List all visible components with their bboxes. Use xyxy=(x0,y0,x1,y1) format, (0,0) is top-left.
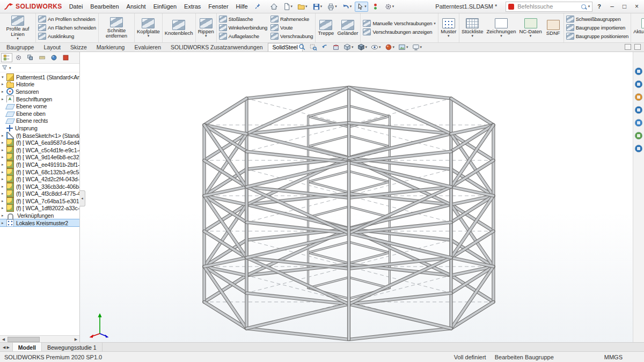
scrollbar-thumb[interactable] xyxy=(8,337,40,342)
panel-collapse-handle[interactable]: ◂ xyxy=(79,190,85,206)
tree-item-f-wca-42d2c2f4-043d-4715-91[interactable]: ▸(f) [ WCA_42d2c2f4-043d-4715-91 xyxy=(0,175,79,183)
manager-tab-configurationmanager[interactable] xyxy=(25,53,36,62)
apply-scene-button[interactable]: ▾ xyxy=(398,43,408,51)
search-input[interactable] xyxy=(516,3,579,10)
select-dropdown-icon[interactable]: ▾ xyxy=(364,4,367,9)
menu-ansicht[interactable]: Ansicht xyxy=(123,3,150,10)
print-button[interactable]: ▾ xyxy=(325,2,339,12)
pin-menu-icon[interactable] xyxy=(252,3,264,11)
new-document-dropdown-icon[interactable]: ▾ xyxy=(291,4,293,9)
treppe-button[interactable]: Treppe xyxy=(317,19,335,36)
tab-baugruppe[interactable]: Baugruppe xyxy=(2,43,39,51)
tree-item-ebene-oben[interactable]: Ebene oben xyxy=(0,110,79,117)
close-button[interactable]: × xyxy=(631,1,643,12)
rippen-dropdown-icon[interactable]: ▾ xyxy=(205,34,207,38)
task-pane-solidworks-forum-button[interactable] xyxy=(634,144,643,153)
tree-item-ebene-vorne[interactable]: Ebene vorne xyxy=(0,102,79,110)
expander-icon[interactable]: ▸ xyxy=(2,221,6,225)
tree-item-f-wca-1df82022-a33c-439e-b8[interactable]: ▸(f) [ WCA_1df82022-a33c-439e-b8 xyxy=(0,205,79,212)
tree-item-sensoren[interactable]: ▸Sensoren xyxy=(0,88,79,95)
tree-item-f-wca-6ea9587d-6ed4-4055-a0[interactable]: ▸(f) [ WCA_6ea9587d-6ed4-4055-a0 xyxy=(0,139,79,146)
menu-extras[interactable]: Extras xyxy=(180,3,204,10)
view-settings-dropdown-icon[interactable]: ▾ xyxy=(420,45,422,49)
geländer-button[interactable]: Geländer xyxy=(336,19,359,36)
task-pane-custom-properties-button[interactable] xyxy=(634,131,643,140)
tab-solidsteel[interactable]: SolidSteel xyxy=(268,43,303,51)
scroll-right-icon[interactable]: ▶ xyxy=(72,337,79,342)
zeichnungen-button[interactable]: Zeichnungen▾ xyxy=(486,18,517,38)
auflagelasche-button[interactable]: Auflagelasche xyxy=(218,32,268,40)
task-pane-appearances-scenes-button[interactable] xyxy=(634,119,643,127)
manuelle-verschraubungen-dropdown-icon[interactable]: ▾ xyxy=(434,21,436,26)
tree-horizontal-scrollbar[interactable]: ◀ ▶ xyxy=(0,335,79,343)
schnitte-entfernen-button[interactable]: Schnitte entfernen xyxy=(100,17,133,39)
display-style-button[interactable]: ▾ xyxy=(357,43,368,51)
expander-icon[interactable]: ▸ xyxy=(2,177,6,181)
nc-daten-button[interactable]: NC-Daten▾ xyxy=(518,18,543,38)
tree-item-f-basesketch-1-standard-st[interactable]: ▸(f) BaseSketch<1> (Standard<<St xyxy=(0,132,79,139)
menu-hilfe[interactable]: Hilfe xyxy=(232,3,252,10)
filter-dropdown-icon[interactable]: ▾ xyxy=(9,66,11,70)
nc-daten-dropdown-icon[interactable]: ▾ xyxy=(530,34,532,38)
tab-scroll-left-icon[interactable]: ◀ xyxy=(3,345,5,350)
verschraubung-button[interactable]: Verschraubung xyxy=(269,32,314,40)
section-view-button[interactable] xyxy=(332,43,340,51)
tree-item-f-wca-7c64ba15-e301-4bfc-a2[interactable]: ▸(f) [ WCA_7c64ba15-e301-4bfc-a2 xyxy=(0,197,79,205)
expander-icon[interactable]: ▸ xyxy=(2,162,6,167)
edit-appearance-dropdown-icon[interactable]: ▾ xyxy=(393,45,395,49)
manager-tab-dimxpertmanager[interactable] xyxy=(36,53,48,62)
aktualisieren-button[interactable]: Aktualisieren▾ xyxy=(632,18,644,38)
voute-button[interactable]: Voute xyxy=(269,24,314,32)
profile-auf-linien-button[interactable]: Profile auf Linien▾ xyxy=(1,15,34,41)
winkelverbindung-button[interactable]: Winkelverbindung xyxy=(218,24,268,32)
new-document-button[interactable]: ▾ xyxy=(281,2,295,12)
tree-item-f-wca-c5c4d1fe-e9c1-44f4-b9[interactable]: ▸(f) [ WCA_c5c4d1fe-e9c1-44f4-b9 xyxy=(0,146,79,154)
expander-icon[interactable]: ▸ xyxy=(2,141,6,145)
manager-tab-displaymanager[interactable] xyxy=(48,53,60,62)
kopfplatte-dropdown-icon[interactable]: ▾ xyxy=(148,34,150,38)
options-button[interactable]: ▾ xyxy=(383,2,396,12)
save-dropdown-icon[interactable]: ▾ xyxy=(320,4,323,9)
tab-layout[interactable]: Layout xyxy=(39,43,65,51)
pin-commandmanager-icon[interactable] xyxy=(634,44,641,50)
manager-tab-solidsteel-manager[interactable] xyxy=(60,53,71,62)
expander-icon[interactable]: ▸ xyxy=(2,90,6,94)
scroll-left-icon[interactable]: ◀ xyxy=(0,337,7,342)
tree-item-verknüpfungen[interactable]: ▸Verknüpfungen xyxy=(0,212,79,219)
expander-icon[interactable]: ▸ xyxy=(2,191,6,196)
schweißbaugruppen-button[interactable]: Schweißbaugruppen xyxy=(565,15,630,23)
tab-skizze[interactable]: Skizze xyxy=(65,43,92,51)
manager-tab-propertymanager[interactable] xyxy=(13,53,24,62)
expander-icon[interactable]: ▾ xyxy=(2,75,6,79)
menu-einfügen[interactable]: Einfügen xyxy=(150,3,180,10)
stückliste-button[interactable]: Stückliste▾ xyxy=(460,18,485,38)
an-profilen-schneiden-button[interactable]: An Profilen schneiden xyxy=(37,15,97,23)
manuelle-verschraubungen-button[interactable]: Manuelle Verschraubungen▾ xyxy=(362,19,436,27)
model-tab-bewegungsstudie-1[interactable]: Bewegungsstudie 1 xyxy=(42,343,103,352)
tree-item-patterntest1-standard-anzeigesta[interactable]: ▾Patterntest1 (Standard<Anzeigestatus xyxy=(0,73,79,81)
open-button[interactable]: ▾ xyxy=(296,2,309,12)
expander-icon[interactable]: ▸ xyxy=(2,199,6,203)
manager-tab-featuremanager-design-tree[interactable] xyxy=(1,53,12,62)
tree-item-ursprung[interactable]: Ursprung xyxy=(0,124,79,132)
knotenblech-button[interactable]: Knotenblech xyxy=(164,19,194,36)
baugruppe-positionieren-button[interactable]: Baugruppe positionieren xyxy=(565,32,630,40)
menu-datei[interactable]: Datei xyxy=(65,3,87,10)
tree-item-ebene-rechts[interactable]: Ebene rechts xyxy=(0,117,79,125)
hide-show-items-button[interactable]: ▾ xyxy=(371,43,381,51)
expander-icon[interactable]: ▸ xyxy=(2,148,6,152)
open-dropdown-icon[interactable]: ▾ xyxy=(305,4,308,9)
zeichnungen-dropdown-icon[interactable]: ▾ xyxy=(500,34,502,38)
expander-icon[interactable]: ▸ xyxy=(2,206,6,210)
an-flächen-schneiden-button[interactable]: An Flächen schneiden xyxy=(37,24,97,32)
task-pane-view-palette-button[interactable] xyxy=(634,106,643,114)
task-pane-solidworks-resources-button[interactable] xyxy=(634,67,643,76)
expander-icon[interactable]: ▸ xyxy=(2,184,6,189)
collapse-commandmanager-icon[interactable] xyxy=(625,44,631,50)
view-settings-button[interactable]: ▾ xyxy=(412,43,422,51)
filter-icon[interactable] xyxy=(2,63,8,73)
3d-model[interactable] xyxy=(80,52,633,343)
baugruppe-importieren-button[interactable]: Baugruppe importieren xyxy=(565,24,630,32)
muster-button[interactable]: Muster▾ xyxy=(440,18,458,38)
hide-show-items-dropdown-icon[interactable]: ▾ xyxy=(379,45,381,49)
